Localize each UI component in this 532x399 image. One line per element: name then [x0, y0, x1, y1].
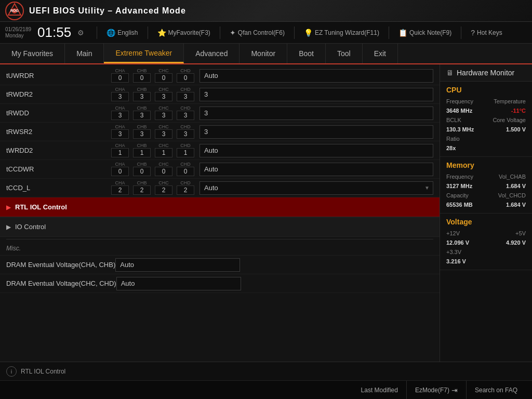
- action-bar: Last Modified EzMode(F7) ⇥ Search on FAQ: [0, 380, 532, 399]
- value-twrdd2[interactable]: Auto: [200, 144, 433, 157]
- param-name-twrdd2: tWRDD2: [6, 147, 110, 154]
- hw-cpu-bclk-value: 130.3 MHz: [446, 126, 474, 132]
- param-row-dram-cha-chb: DRAM Eventual Voltage(CHA, CHB) Auto: [0, 256, 440, 274]
- last-modified-button[interactable]: Last Modified: [353, 381, 406, 399]
- channel-chc-1: CHC 3: [154, 87, 174, 101]
- channels-trwdr2: CHA 3 CHB 3 CHC 3 CHD 3: [110, 87, 195, 101]
- tab-extreme-tweaker[interactable]: Extreme Tweaker: [104, 44, 184, 63]
- hotkeys-button[interactable]: ? Hot Keys: [468, 28, 505, 38]
- channel-chd-5: CHD 0: [176, 162, 195, 176]
- section-arrow-io: ▶: [6, 223, 11, 231]
- value-trwsr2[interactable]: 3: [200, 125, 433, 139]
- value-dram-cha-chb[interactable]: Auto: [115, 258, 240, 272]
- settings-icon[interactable]: ⚙: [77, 29, 84, 37]
- time-divider-1: [97, 26, 97, 39]
- param-name-tuwrdr: tUWRDR: [6, 72, 110, 79]
- hw-cpu-ratio-val-row: 28x: [446, 145, 526, 151]
- fan-icon: ✦: [230, 29, 236, 37]
- section-arrow-rtl: ▶: [6, 204, 11, 211]
- channel-chc-2: CHC 3: [154, 106, 174, 120]
- value-trwdr2[interactable]: 3: [200, 88, 433, 101]
- tab-exit[interactable]: Exit: [363, 44, 398, 63]
- channel-chc-3: CHC 3: [154, 125, 174, 139]
- hw-mem-volchcd-label: Vol_CHCD: [498, 192, 526, 198]
- value-tccdwr[interactable]: Auto: [200, 163, 433, 176]
- channel-chb-2: CHB 3: [132, 106, 152, 120]
- value-trwdd[interactable]: 3: [200, 107, 433, 120]
- hw-cpu-freq-val-row: 3648 MHz -11°C: [446, 108, 526, 114]
- hw-volt-12v-val-row: 12.096 V 4.920 V: [446, 240, 526, 246]
- globe-icon: 🌐: [107, 29, 115, 37]
- channel-chd-2: CHD 3: [176, 106, 195, 120]
- tab-monitor[interactable]: Monitor: [240, 44, 287, 63]
- qfan-label: Qfan Control(F6): [238, 29, 285, 36]
- channels-trwdd: CHA 3 CHB 3 CHC 3 CHD 3: [110, 106, 195, 120]
- tab-tool[interactable]: Tool: [326, 44, 363, 63]
- hardware-monitor-title: Hardware Monitor: [457, 69, 514, 77]
- channels-tuwrdr: CHA 0 CHB 0 CHC 0 CHD 0: [110, 69, 195, 83]
- tab-main[interactable]: Main: [65, 44, 104, 63]
- rog-logo: ROG: [5, 2, 24, 20]
- info-bar: i RTL IOL Control: [0, 362, 532, 380]
- param-row-tuwrdr: tUWRDR CHA 0 CHB 0 CHC 0 CHD 0: [0, 66, 440, 85]
- last-modified-label: Last Modified: [361, 387, 398, 394]
- channel-chb-3: CHB 3: [132, 125, 152, 139]
- quick-note-button[interactable]: 📋 Quick Note(F9): [395, 28, 455, 38]
- param-row-tccdwr: tCCDWR CHA 0 CHB 0 CHC 0 CHD 0: [0, 160, 440, 179]
- time-bar: 01/26/2189 Monday 01:55 ⚙ 🌐 English ⭐ My…: [0, 22, 532, 44]
- nav-bar: My Favorites Main Extreme Tweaker Advanc…: [0, 44, 532, 64]
- header-title: UEFI BIOS Utility – Advanced Mode: [29, 6, 186, 16]
- ez-tuning-label: EZ Tuning Wizard(F11): [315, 29, 379, 36]
- language-button[interactable]: 🌐 English: [103, 28, 141, 38]
- search-faq-button[interactable]: Search on FAQ: [466, 381, 526, 399]
- value-tccd-l[interactable]: Auto: [200, 181, 433, 195]
- separator-1: [6, 239, 433, 240]
- param-name-trwdr2: tRWDR2: [6, 90, 110, 98]
- hw-memory-section: Memory Frequency Vol_CHAB 3127 MHz 1.684…: [440, 157, 532, 214]
- param-name-dram-chc-chd: DRAM Eventual Voltage(CHC, CHD): [6, 280, 116, 287]
- ez-tuning-button[interactable]: 💡 EZ Tuning Wizard(F11): [301, 28, 382, 38]
- hw-volt-12v-value: 12.096 V: [446, 240, 469, 246]
- channel-chd-1: CHD 3: [176, 87, 195, 101]
- svg-text:ROG: ROG: [10, 9, 19, 12]
- param-name-tccd-l: tCCD_L: [6, 184, 110, 192]
- tab-advanced[interactable]: Advanced: [184, 44, 240, 63]
- section-rtl-iol-control[interactable]: ▶ RTL IOL Control: [0, 197, 440, 217]
- hw-cpu-freq-value: 3648 MHz: [446, 108, 472, 114]
- hw-mem-cap-val-row: 65536 MB 1.684 V: [446, 202, 526, 208]
- channel-chb-0: CHB 0: [132, 69, 152, 83]
- channels-tccd-l: CHA 2 CHB 2 CHC 2 CHD 2: [110, 181, 195, 195]
- help-icon: ?: [471, 29, 475, 37]
- qfan-button[interactable]: ✦ Qfan Control(F6): [227, 28, 288, 38]
- hw-mem-cap-value: 65536 MB: [446, 202, 473, 208]
- hw-cpu-temp-value: -11°C: [511, 108, 526, 114]
- channel-chb-1: CHB 3: [132, 87, 152, 101]
- tab-boot[interactable]: Boot: [287, 44, 326, 63]
- hw-mem-cap-label: Capacity: [446, 192, 469, 198]
- hw-cpu-corevolt-value: 1.500 V: [506, 126, 526, 132]
- ez-mode-button[interactable]: EzMode(F7) ⇥: [406, 381, 466, 399]
- section-io-control[interactable]: ▶ IO Control: [0, 217, 440, 237]
- lightbulb-icon: 💡: [304, 29, 313, 37]
- channel-chd-4: CHD 1: [176, 143, 195, 157]
- channel-chd-0: CHD 0: [176, 69, 195, 83]
- hw-mem-freq-val-row: 3127 MHz 1.684 V: [446, 183, 526, 189]
- hw-volt-33v-value: 3.216 V: [446, 258, 466, 264]
- hw-volt-33v-row: +3.3V: [446, 249, 526, 255]
- param-row-dram-chc-chd: DRAM Eventual Voltage(CHC, CHD) Auto: [0, 274, 440, 293]
- tab-my-favorites[interactable]: My Favorites: [0, 44, 65, 63]
- channel-chc-6: CHC 2: [154, 181, 174, 195]
- channels-tccdwr: CHA 0 CHB 0 CHC 0 CHD 0: [110, 162, 195, 176]
- hw-cpu-freq-label: Frequency: [446, 98, 473, 104]
- section-label-rtl: RTL IOL Control: [15, 203, 67, 211]
- value-tuwrdr[interactable]: Auto: [200, 69, 433, 83]
- channel-cha-4: CHA 1: [110, 143, 130, 157]
- myfavorite-button[interactable]: ⭐ MyFavorite(F3): [154, 28, 214, 38]
- hw-volt-5v-value: 4.920 V: [506, 240, 526, 246]
- hw-cpu-temp-label: Temperature: [494, 98, 526, 104]
- time-divider-4: [294, 26, 295, 39]
- hw-mem-cap-row: Capacity Vol_CHCD: [446, 192, 526, 198]
- value-dram-chc-chd[interactable]: Auto: [116, 277, 241, 290]
- time-divider-2: [148, 26, 148, 39]
- channel-cha-6: CHA 2: [110, 181, 130, 195]
